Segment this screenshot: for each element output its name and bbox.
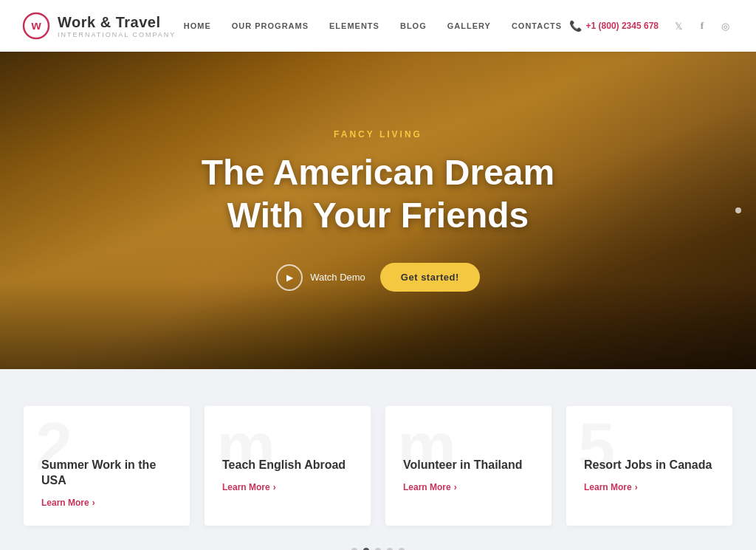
- card-title-1: Summer Work in the USA: [41, 458, 172, 489]
- nav-blog[interactable]: BLOG: [400, 21, 427, 30]
- header: w Work & Travel INTERNATIONAL COMPANY HO…: [0, 0, 756, 52]
- card-link-4[interactable]: Learn More ›: [584, 482, 715, 492]
- twitter-icon[interactable]: 𝕏: [670, 18, 687, 34]
- hero-section: FANCY LIVING The American Dream With You…: [0, 52, 756, 369]
- card-resort-canada: 5 Resort Jobs in Canada Learn More ›: [566, 406, 732, 526]
- card-link-label-3: Learn More: [403, 482, 451, 492]
- logo-subtitle: INTERNATIONAL COMPANY: [58, 31, 176, 38]
- phone-icon: 📞: [570, 20, 582, 32]
- hero-title-line2: With Your Friends: [227, 196, 529, 235]
- card-link-3[interactable]: Learn More ›: [403, 482, 534, 492]
- logo-title: Work & Travel: [58, 14, 176, 31]
- nav-elements[interactable]: ELEMENTS: [329, 21, 379, 30]
- card-link-arrow-4: ›: [635, 482, 638, 492]
- cards-section: 2 Summer Work in the USA Learn More › m …: [0, 369, 756, 550]
- card-link-arrow-3: ›: [454, 482, 457, 492]
- card-title-3: Volunteer in Thailand: [403, 458, 534, 473]
- nav-contacts[interactable]: CONTACTS: [512, 21, 562, 30]
- card-link-label-4: Learn More: [584, 482, 632, 492]
- card-link-2[interactable]: Learn More ›: [222, 482, 353, 492]
- nav-home[interactable]: HOME: [184, 21, 211, 30]
- social-icons: 𝕏 f ◎: [670, 18, 734, 34]
- card-link-arrow-1: ›: [92, 498, 95, 508]
- play-icon: ▶: [276, 264, 303, 291]
- card-link-label-2: Learn More: [222, 482, 270, 492]
- watch-demo-label: Watch Demo: [310, 272, 365, 283]
- pagination-dot-2[interactable]: [375, 548, 381, 550]
- hero-buttons: ▶ Watch Demo Get started!: [276, 263, 480, 292]
- header-right: 📞 +1 (800) 2345 678 𝕏 f ◎: [570, 18, 734, 34]
- nav-programs[interactable]: OUR PROGRAMS: [232, 21, 309, 30]
- card-teach-english: m Teach English Abroad Learn More ›: [205, 406, 371, 526]
- nav-gallery[interactable]: GALLERY: [447, 21, 491, 30]
- hero-slide-indicator: [735, 207, 741, 213]
- card-title-4: Resort Jobs in Canada: [584, 458, 715, 473]
- watch-demo-button[interactable]: ▶ Watch Demo: [276, 264, 365, 291]
- svg-text:w: w: [30, 18, 41, 32]
- phone-number: +1 (800) 2345 678: [586, 21, 659, 31]
- card-link-1[interactable]: Learn More ›: [41, 498, 172, 508]
- pagination-dot-1[interactable]: [363, 548, 369, 550]
- pagination-dot-4[interactable]: [399, 548, 405, 550]
- cards-grid: 2 Summer Work in the USA Learn More › m …: [24, 406, 732, 526]
- hero-eyebrow: FANCY LIVING: [334, 129, 422, 140]
- logo-icon: w: [22, 12, 50, 40]
- pagination-dot-3[interactable]: [387, 548, 393, 550]
- logo-area[interactable]: w Work & Travel INTERNATIONAL COMPANY: [22, 12, 176, 40]
- hero-content: FANCY LIVING The American Dream With You…: [0, 52, 756, 369]
- card-summer-usa: 2 Summer Work in the USA Learn More ›: [24, 406, 190, 526]
- facebook-icon[interactable]: f: [694, 18, 710, 34]
- hero-title: The American Dream With Your Friends: [202, 151, 554, 236]
- instagram-icon[interactable]: ◎: [718, 18, 734, 34]
- card-volunteer-thailand: m Volunteer in Thailand Learn More ›: [385, 406, 551, 526]
- phone-area[interactable]: 📞 +1 (800) 2345 678: [570, 20, 659, 32]
- card-title-2: Teach English Abroad: [222, 458, 353, 473]
- card-link-label-1: Learn More: [41, 498, 89, 508]
- hero-title-line1: The American Dream: [202, 153, 554, 192]
- get-started-button[interactable]: Get started!: [380, 263, 480, 292]
- pagination-dots: [22, 548, 734, 550]
- card-link-arrow-2: ›: [273, 482, 276, 492]
- main-nav: HOME OUR PROGRAMS ELEMENTS BLOG GALLERY …: [184, 21, 562, 30]
- pagination-dot-0[interactable]: [351, 548, 357, 550]
